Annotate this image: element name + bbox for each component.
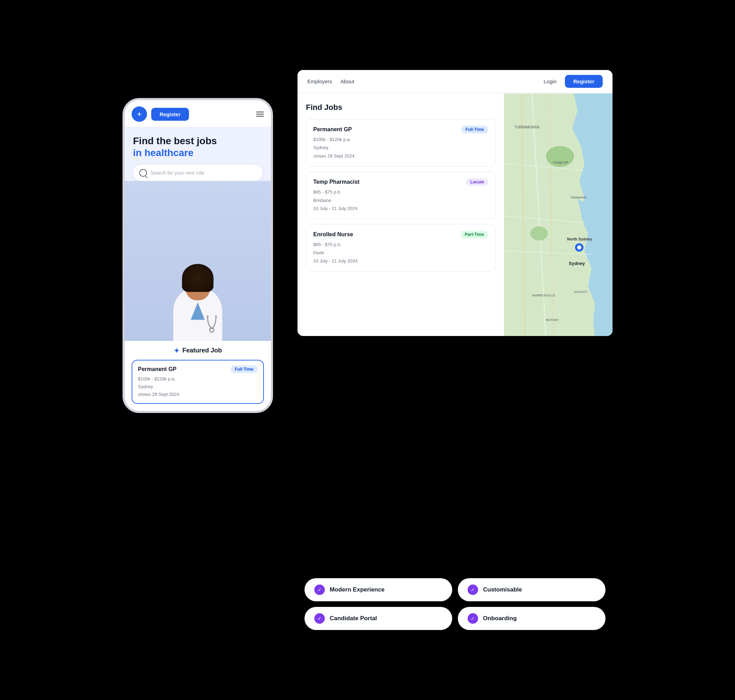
hamburger-menu-button[interactable] xyxy=(256,112,264,116)
menu-line-2 xyxy=(256,114,264,115)
map-svg: TURRAMURRA Garigal NP Chatswood North Sy… xyxy=(504,93,613,336)
sparkle-icon: ✦ xyxy=(173,347,179,355)
job-2-meta: $65 - $75 p.h. Brisbane 10 July - 21 Jul… xyxy=(313,188,488,212)
menu-line-1 xyxy=(256,112,264,112)
job-1-badge: Full-Time xyxy=(461,126,488,133)
browser-navbar: Employers About Login Register xyxy=(297,70,613,93)
feature-label-1: Modern Experience xyxy=(330,586,385,593)
nav-register-button[interactable]: Register xyxy=(565,75,603,88)
svg-text:Chatswood: Chatswood xyxy=(570,196,586,199)
feature-badge-customisable: ✓ Customisable xyxy=(458,578,606,601)
svg-text:Garigal NP: Garigal NP xyxy=(553,161,568,164)
job-3-location: Perth xyxy=(313,249,488,257)
job-2-dates: 10 July - 21 July 2024 xyxy=(313,204,488,212)
job-2-salary: $65 - $75 p.h. xyxy=(313,188,488,196)
phone-header: + Register xyxy=(125,100,271,127)
jobs-panel-title: Find Jobs xyxy=(306,103,495,112)
feature-badge-modern-experience: ✓ Modern Experience xyxy=(304,578,452,601)
featured-job-salary: $100k - $120k p.a. xyxy=(138,375,257,383)
plus-icon: + xyxy=(137,109,142,119)
svg-point-1 xyxy=(206,315,209,318)
featured-job-badge: Full-Time xyxy=(231,365,257,373)
job-2-badge: Locum xyxy=(466,178,488,186)
svg-point-11 xyxy=(530,226,548,240)
stethoscope-icon xyxy=(205,315,219,336)
hero-title-line1: Find the best jobs xyxy=(133,135,217,146)
job-card-1[interactable]: Permanent GP Full-Time $100k - $120k p.a… xyxy=(306,119,495,166)
job-3-meta: $65 - $75 p.h. Perth 10 July - 21 July 2… xyxy=(313,240,488,265)
desktop-browser: Employers About Login Register Find Jobs… xyxy=(297,70,613,336)
doctor-image-area xyxy=(125,181,271,341)
featured-job-section: ✦ Featured Job Permanent GP Full-Time $1… xyxy=(125,341,271,411)
svg-text:North Sydney: North Sydney xyxy=(567,237,592,241)
feature-label-4: Onboarding xyxy=(483,615,517,622)
check-icon-2: ✓ xyxy=(467,584,478,595)
job-card-2[interactable]: Temp Pharmacist Locum $65 - $75 p.h. Bri… xyxy=(306,172,495,219)
job-3-dates: 10 July - 21 July 2024 xyxy=(313,257,488,265)
job-3-salary: $65 - $75 p.h. xyxy=(313,240,488,249)
featured-job-location: Sydney xyxy=(138,383,257,391)
phone-hero: Find the best jobs in healthcare Search … xyxy=(125,127,271,181)
check-icon-1: ✓ xyxy=(314,584,325,595)
featured-title: ✦ Featured Job xyxy=(132,347,264,355)
svg-point-21 xyxy=(577,246,581,250)
hair-element xyxy=(182,264,213,292)
job-3-badge: Part-Time xyxy=(461,231,488,238)
hero-title-highlight: in healthcare xyxy=(133,147,194,158)
job-1-meta: $100k - $120k p.a. Sydney closes 29 Sept… xyxy=(313,135,488,160)
phone-hero-title: Find the best jobs in healthcare xyxy=(133,135,263,159)
job-1-location: Sydney xyxy=(313,144,488,151)
job-2-location: Brisbane xyxy=(313,196,488,204)
feature-label-3: Candidate Portal xyxy=(330,615,377,622)
menu-line-3 xyxy=(256,116,264,116)
search-placeholder-text: Search for your next role xyxy=(150,170,204,176)
person-figure xyxy=(163,264,233,341)
map-panel: TURRAMURRA Garigal NP Chatswood North Sy… xyxy=(504,93,613,336)
check-icon-3: ✓ xyxy=(314,613,325,624)
nav-employers-link[interactable]: Employers xyxy=(307,78,332,84)
job-1-salary: $100k - $120k p.a. xyxy=(313,135,488,144)
feature-badge-onboarding: ✓ Onboarding xyxy=(458,607,606,630)
featured-job-closes: closes 29 Sept 2024 xyxy=(138,391,257,398)
featured-job-meta: $100k - $120k p.a. Sydney closes 29 Sept… xyxy=(138,375,257,398)
job-card-3[interactable]: Enrolled Nurse Part-Time $65 - $75 p.h. … xyxy=(306,224,495,272)
mobile-phone: + Register Find the best jobs in healthc… xyxy=(122,98,273,413)
nav-about-link[interactable]: About xyxy=(341,78,354,84)
svg-text:MASCOT: MASCOT xyxy=(574,290,588,294)
doctor-illustration xyxy=(125,181,271,341)
logo-button[interactable]: + xyxy=(132,106,147,122)
svg-text:MARRICKVILLE: MARRICKVILLE xyxy=(532,294,555,297)
featured-title-text: Featured Job xyxy=(182,347,222,354)
check-icon-4: ✓ xyxy=(467,613,478,624)
phone-search-bar[interactable]: Search for your next role xyxy=(133,165,263,181)
job-1-title: Permanent GP xyxy=(313,126,352,133)
job-1-dates: closes 29 Sept 2024 xyxy=(313,152,488,160)
svg-text:BOTANY: BOTANY xyxy=(546,318,559,322)
browser-content-area: Find Jobs Permanent GP Full-Time $100k -… xyxy=(297,93,613,336)
nav-login-link[interactable]: Login xyxy=(544,78,557,84)
featured-job-card[interactable]: Permanent GP Full-Time $100k - $120k p.a… xyxy=(132,360,264,404)
job-2-title: Temp Pharmacist xyxy=(313,179,359,185)
search-icon xyxy=(139,169,147,177)
phone-register-button[interactable]: Register xyxy=(151,108,189,121)
feature-badge-candidate-portal: ✓ Candidate Portal xyxy=(304,607,452,630)
jobs-list-panel: Find Jobs Permanent GP Full-Time $100k -… xyxy=(297,93,504,336)
features-grid: ✓ Modern Experience ✓ Customisable ✓ Can… xyxy=(297,578,613,630)
svg-text:Sydney: Sydney xyxy=(569,261,585,266)
feature-label-2: Customisable xyxy=(483,586,522,593)
job-3-title: Enrolled Nurse xyxy=(313,231,353,238)
svg-point-2 xyxy=(215,315,217,318)
featured-job-title: Permanent GP xyxy=(138,366,176,372)
svg-text:TURRAMURRA: TURRAMURRA xyxy=(514,125,539,129)
